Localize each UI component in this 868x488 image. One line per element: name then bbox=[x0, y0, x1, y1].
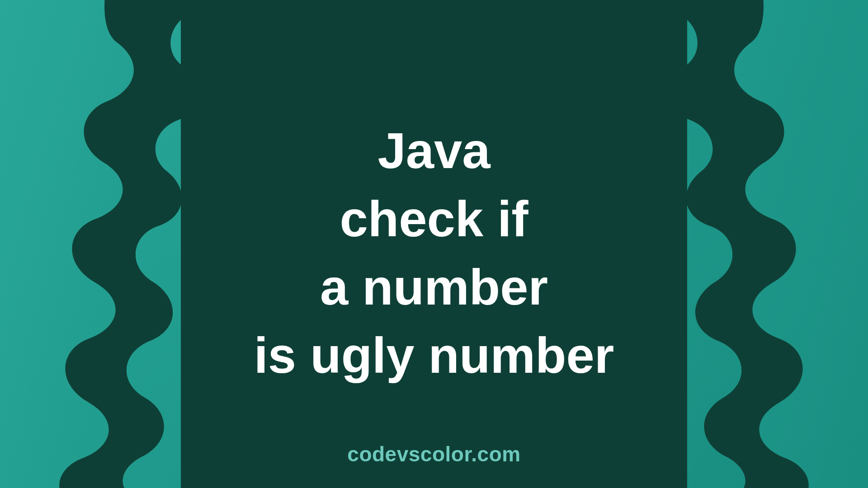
attribution-text: codevscolor.com bbox=[347, 442, 520, 466]
banner-title: Java check if a number is ugly number bbox=[254, 117, 614, 390]
